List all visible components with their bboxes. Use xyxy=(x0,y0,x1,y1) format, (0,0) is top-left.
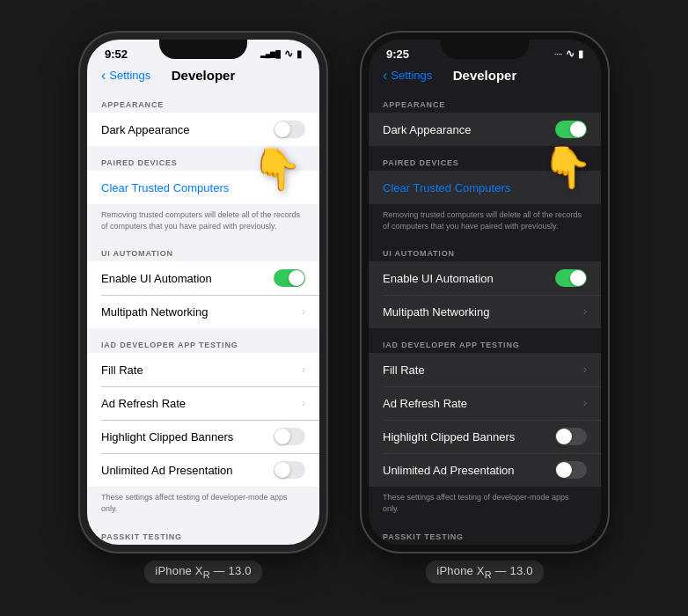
section-group-1: Clear Trusted Computers xyxy=(369,171,601,204)
phone-frame-dark: 9:25···· ∿▮‹SettingsDeveloperAPPEARANCED… xyxy=(362,33,608,552)
battery-icon: ▮ xyxy=(296,48,302,60)
phone-wrapper-dark: 9:25···· ∿▮‹SettingsDeveloperAPPEARANCED… xyxy=(362,33,608,583)
phone-wrapper-light: 9:52▂▄▆█∿▮‹SettingsDeveloperAPPEARANCEDa… xyxy=(80,33,326,583)
section-description: Removing trusted computers will delete a… xyxy=(87,206,319,238)
back-label: Settings xyxy=(109,69,150,82)
phone-label: iPhone XR — 13.0 xyxy=(144,561,261,583)
section-header-2: UI AUTOMATION xyxy=(87,238,319,261)
section-group-0: Dark Appearance xyxy=(369,113,601,146)
section-description: These settings affect testing of develop… xyxy=(369,488,601,521)
list-item[interactable]: Multipath Networking› xyxy=(87,295,319,328)
section-group-3: Fill Rate›Ad Refresh Rate›Highlight Clip… xyxy=(369,353,601,487)
page-title: Developer xyxy=(453,68,517,83)
item-label: Clear Trusted Computers xyxy=(101,181,229,194)
content-area: APPEARANCEDark AppearancePAIRED DEVICESC… xyxy=(369,90,601,552)
item-label: Unlimited Ad Presentation xyxy=(101,464,233,477)
toggle-off[interactable] xyxy=(274,428,305,445)
item-label: Dark Appearance xyxy=(101,123,189,136)
list-item[interactable]: Dark Appearance xyxy=(369,113,601,146)
section-group-4: Additional LoggingAllow HTTP ServicesDis… xyxy=(87,545,319,553)
wifi-icon: ∿ xyxy=(284,48,293,60)
list-item[interactable]: Fill Rate› xyxy=(369,353,601,386)
toggle-off[interactable] xyxy=(555,461,587,479)
item-label: Multipath Networking xyxy=(383,305,489,319)
section-header-4: PASSKIT TESTING xyxy=(369,522,601,545)
item-label: Unlimited Ad Presentation xyxy=(383,464,515,477)
section-group-3: Fill Rate›Ad Refresh Rate›Highlight Clip… xyxy=(87,353,319,487)
list-item[interactable]: Ad Refresh Rate› xyxy=(87,386,319,420)
section-header-3: IAD DEVELOPER APP TESTING xyxy=(369,330,601,353)
list-item[interactable]: Highlight Clipped Banners xyxy=(369,420,601,453)
list-item[interactable]: Highlight Clipped Banners xyxy=(87,420,319,453)
back-button[interactable]: ‹Settings xyxy=(101,68,150,84)
item-label: Enable UI Automation xyxy=(101,272,212,285)
list-item[interactable]: Multipath Networking› xyxy=(369,295,601,328)
section-header-4: PASSKIT TESTING xyxy=(87,522,319,545)
phone-notch xyxy=(441,40,529,59)
item-label: Highlight Clipped Banners xyxy=(383,430,515,444)
nav-bar: ‹SettingsDeveloper xyxy=(87,64,319,90)
section-description: Removing trusted computers will delete a… xyxy=(369,206,601,238)
chevron-right-icon: › xyxy=(583,305,587,318)
status-time: 9:25 xyxy=(386,48,409,61)
toggle-on[interactable] xyxy=(555,269,587,287)
toggle-off[interactable] xyxy=(555,428,587,445)
list-item[interactable]: Ad Refresh Rate› xyxy=(369,386,601,420)
status-time: 9:52 xyxy=(105,48,128,61)
content-area: APPEARANCEDark AppearancePAIRED DEVICESC… xyxy=(87,90,319,552)
list-item[interactable]: Enable UI Automation xyxy=(87,261,319,295)
phone-notch xyxy=(159,40,247,59)
item-label: Enable UI Automation xyxy=(383,272,494,285)
item-label: Fill Rate xyxy=(383,363,425,377)
section-header-1: PAIRED DEVICES xyxy=(87,148,319,171)
chevron-right-icon: › xyxy=(583,363,587,376)
page-title: Developer xyxy=(172,68,236,83)
list-item[interactable]: Fill Rate› xyxy=(87,353,319,386)
list-item[interactable]: Unlimited Ad Presentation xyxy=(369,453,601,487)
list-item[interactable]: Clear Trusted Computers xyxy=(87,171,319,204)
section-header-1: PAIRED DEVICES xyxy=(369,148,601,171)
item-label: Fill Rate xyxy=(101,363,143,377)
back-label: Settings xyxy=(391,69,432,82)
section-group-2: Enable UI AutomationMultipath Networking… xyxy=(87,261,319,328)
wifi-icon: ∿ xyxy=(566,48,575,60)
list-item[interactable]: Additional Logging xyxy=(369,545,601,553)
chevron-right-icon: › xyxy=(302,397,305,409)
list-item[interactable]: Clear Trusted Computers xyxy=(369,171,601,204)
signal-icon: ···· xyxy=(554,50,562,58)
section-group-4: Additional LoggingAllow HTTP ServicesDis… xyxy=(369,545,601,553)
toggle-on[interactable] xyxy=(274,269,305,287)
nav-bar: ‹SettingsDeveloper xyxy=(369,64,601,90)
list-item[interactable]: Additional Logging xyxy=(87,545,319,553)
back-button[interactable]: ‹Settings xyxy=(383,68,432,84)
phone-frame-light: 9:52▂▄▆█∿▮‹SettingsDeveloperAPPEARANCEDa… xyxy=(80,33,326,552)
item-label: Highlight Clipped Banners xyxy=(101,430,233,444)
list-item[interactable]: Enable UI Automation xyxy=(369,261,601,295)
toggle-off[interactable] xyxy=(274,121,305,138)
section-group-1: Clear Trusted Computers xyxy=(87,171,319,204)
toggle-on[interactable] xyxy=(555,121,587,138)
section-description: These settings affect testing of develop… xyxy=(87,488,319,521)
back-arrow-icon: ‹ xyxy=(383,68,387,84)
item-label: Clear Trusted Computers xyxy=(383,181,510,194)
chevron-right-icon: › xyxy=(302,363,305,376)
list-item[interactable]: Dark Appearance xyxy=(87,113,319,146)
toggle-off[interactable] xyxy=(274,461,305,479)
list-item[interactable]: Unlimited Ad Presentation xyxy=(87,453,319,487)
section-group-0: Dark Appearance xyxy=(87,113,319,146)
section-group-2: Enable UI AutomationMultipath Networking… xyxy=(369,261,601,328)
section-header-2: UI AUTOMATION xyxy=(369,238,601,261)
item-label: Ad Refresh Rate xyxy=(383,397,467,410)
signal-icon: ▂▄▆█ xyxy=(260,50,281,58)
back-arrow-icon: ‹ xyxy=(101,68,106,84)
section-header-0: APPEARANCE xyxy=(369,90,601,113)
chevron-right-icon: › xyxy=(302,305,305,318)
item-label: Dark Appearance xyxy=(383,123,471,136)
section-header-3: IAD DEVELOPER APP TESTING xyxy=(87,330,319,353)
phone-label: iPhone XR — 13.0 xyxy=(426,561,543,583)
item-label: Multipath Networking xyxy=(101,305,208,319)
chevron-right-icon: › xyxy=(583,397,587,409)
status-icons: ▂▄▆█∿▮ xyxy=(260,48,302,60)
status-icons: ···· ∿▮ xyxy=(554,48,583,60)
section-header-0: APPEARANCE xyxy=(87,90,319,113)
